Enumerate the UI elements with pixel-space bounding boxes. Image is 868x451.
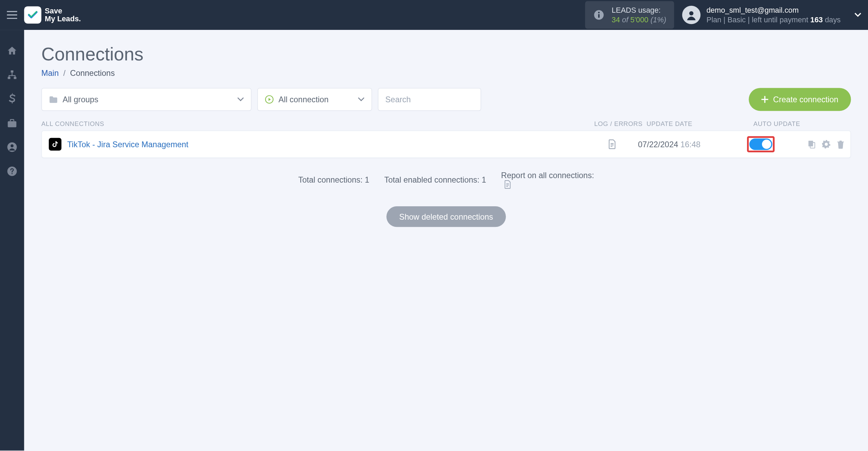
user-email: demo_sml_test@gmail.com bbox=[706, 6, 841, 14]
breadcrumb: Main / Connections bbox=[41, 68, 851, 78]
info-icon bbox=[593, 9, 605, 21]
menu-toggle-button[interactable] bbox=[0, 0, 24, 30]
enabled-connections: Total enabled connections: 1 bbox=[384, 175, 486, 185]
folder-icon bbox=[49, 95, 58, 103]
svg-rect-7 bbox=[14, 77, 16, 79]
user-circle-icon bbox=[7, 142, 17, 152]
settings-button[interactable] bbox=[822, 140, 831, 149]
svg-rect-2 bbox=[598, 14, 600, 18]
row-actions bbox=[791, 140, 845, 149]
logo[interactable]: Save My Leads. bbox=[24, 6, 81, 23]
home-icon bbox=[7, 45, 17, 56]
avatar-icon bbox=[682, 6, 701, 24]
leads-usage-badge[interactable]: LEADS usage: 34 of 5'000 (1%) bbox=[585, 1, 675, 28]
leads-usage-label: LEADS usage: bbox=[612, 6, 666, 14]
briefcase-icon bbox=[7, 118, 17, 128]
auto-update-toggle[interactable] bbox=[749, 139, 772, 150]
document-icon bbox=[607, 139, 617, 149]
sidebar-item-account[interactable] bbox=[0, 141, 24, 153]
user-menu[interactable]: demo_sml_test@gmail.com Plan | Basic | l… bbox=[682, 6, 861, 24]
svg-point-1 bbox=[598, 12, 600, 13]
question-circle-icon bbox=[7, 166, 17, 176]
show-deleted-button[interactable]: Show deleted connections bbox=[387, 206, 506, 227]
table-header: ALL CONNECTIONS LOG / ERRORS UPDATE DATE… bbox=[41, 116, 851, 131]
plus-icon bbox=[762, 96, 769, 103]
svg-rect-5 bbox=[11, 70, 13, 72]
document-icon bbox=[503, 180, 511, 189]
sidebar-item-billing[interactable] bbox=[0, 93, 24, 104]
trash-icon bbox=[836, 140, 844, 149]
main-content: Connections Main / Connections All group… bbox=[24, 30, 868, 451]
sitemap-icon bbox=[7, 70, 17, 80]
log-button[interactable] bbox=[586, 139, 638, 149]
svg-rect-6 bbox=[8, 77, 11, 79]
report-connections: Report on all connections: bbox=[501, 171, 594, 189]
total-connections: Total connections: 1 bbox=[298, 175, 369, 185]
sidebar-item-services[interactable] bbox=[0, 117, 24, 129]
topbar: Save My Leads. LEADS usage: 34 of 5'000 … bbox=[0, 0, 868, 30]
col-date: UPDATE DATE bbox=[644, 120, 753, 127]
play-circle-icon bbox=[265, 95, 274, 104]
create-connection-label: Create connection bbox=[773, 95, 838, 104]
leads-total: 5'000 bbox=[630, 15, 649, 24]
page-title: Connections bbox=[41, 44, 851, 65]
search-input[interactable] bbox=[378, 88, 481, 111]
leads-used: 34 bbox=[612, 15, 620, 24]
copy-icon bbox=[807, 140, 816, 149]
logo-text: Save My Leads. bbox=[45, 7, 81, 23]
logo-mark bbox=[24, 6, 41, 23]
leads-usage-text: LEADS usage: 34 of 5'000 (1%) bbox=[612, 6, 666, 24]
groups-select-label: All groups bbox=[62, 95, 98, 104]
delete-button[interactable] bbox=[836, 140, 844, 149]
breadcrumb-sep: / bbox=[63, 68, 66, 78]
leads-of: of bbox=[622, 15, 628, 24]
svg-rect-14 bbox=[808, 141, 813, 146]
connection-name-link[interactable]: TikTok - Jira Service Management bbox=[67, 140, 188, 149]
col-all-connections: ALL CONNECTIONS bbox=[41, 120, 593, 127]
user-text: demo_sml_test@gmail.com Plan | Basic | l… bbox=[706, 6, 841, 24]
update-date: 07/22/2024 16:48 bbox=[638, 140, 747, 149]
svg-point-10 bbox=[11, 144, 14, 147]
dollar-icon bbox=[9, 93, 15, 104]
status-select[interactable]: All connection bbox=[257, 88, 372, 111]
leads-pct: (1%) bbox=[651, 15, 666, 24]
svg-point-4 bbox=[689, 11, 693, 15]
sidebar-item-home[interactable] bbox=[0, 45, 24, 56]
report-button[interactable] bbox=[501, 180, 594, 189]
breadcrumb-main-link[interactable]: Main bbox=[41, 68, 59, 78]
svg-point-12 bbox=[12, 173, 13, 174]
sidebar-item-connections[interactable] bbox=[0, 69, 24, 80]
status-select-label: All connection bbox=[278, 95, 329, 104]
copy-button[interactable] bbox=[807, 140, 816, 149]
tiktok-icon bbox=[49, 138, 61, 151]
check-icon bbox=[27, 9, 38, 21]
create-connection-button[interactable]: Create connection bbox=[749, 88, 851, 111]
sidebar bbox=[0, 30, 24, 451]
breadcrumb-current: Connections bbox=[70, 68, 115, 78]
svg-rect-8 bbox=[8, 121, 16, 127]
gear-icon bbox=[822, 140, 831, 149]
chevron-down-icon bbox=[237, 97, 244, 102]
hamburger-icon bbox=[7, 11, 17, 19]
col-auto: AUTO UPDATE bbox=[753, 120, 851, 127]
chevron-down-icon bbox=[358, 97, 365, 102]
connection-row: TikTok - Jira Service Management 07/22/2… bbox=[41, 130, 851, 158]
chevron-down-icon bbox=[854, 13, 861, 17]
user-plan: Plan | Basic | left until payment 163 da… bbox=[706, 15, 841, 24]
stats-row: Total connections: 1 Total enabled conne… bbox=[41, 171, 851, 189]
col-log: LOG / ERRORS bbox=[593, 120, 644, 127]
filters-row: All groups All connection Create connect… bbox=[41, 88, 851, 111]
groups-select[interactable]: All groups bbox=[41, 88, 252, 111]
sidebar-item-help[interactable] bbox=[0, 165, 24, 177]
auto-update-highlight bbox=[747, 136, 774, 152]
